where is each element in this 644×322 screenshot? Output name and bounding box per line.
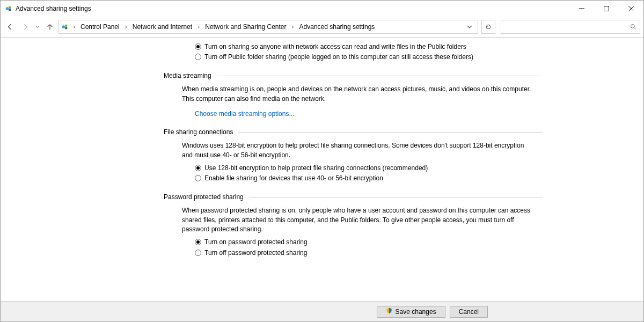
encryption-128bit[interactable]: Use 128-bit encryption to help protect f… xyxy=(195,164,543,172)
svg-point-10 xyxy=(631,25,635,28)
button-label: Save changes xyxy=(396,308,436,316)
password-sharing-off[interactable]: Turn off password protected sharing xyxy=(195,248,543,257)
section-heading: File sharing connections xyxy=(164,128,233,136)
svg-rect-4 xyxy=(604,6,609,11)
address-dropdown[interactable] xyxy=(464,24,475,30)
divider xyxy=(249,197,543,197)
refresh-button[interactable] xyxy=(481,20,495,34)
radio-label: Turn off password protected sharing xyxy=(204,248,307,257)
up-button[interactable] xyxy=(43,20,56,33)
radio-label: Turn on sharing so anyone with network a… xyxy=(204,42,466,51)
title-bar: Advanced sharing settings xyxy=(1,1,643,17)
search-input[interactable] xyxy=(501,20,640,33)
chevron-right-icon[interactable]: › xyxy=(124,22,128,32)
shield-icon xyxy=(386,308,392,316)
nav-row: › Control Panel › Network and Internet ›… xyxy=(1,17,643,37)
svg-point-9 xyxy=(65,27,68,30)
search-icon xyxy=(630,20,636,33)
divider xyxy=(238,132,543,133)
section-media-streaming: Media streaming xyxy=(164,72,543,79)
section-password-sharing: Password protected sharing xyxy=(164,193,543,201)
file-sharing-encryption-group: Use 128-bit encryption to help protect f… xyxy=(195,164,543,182)
address-bar[interactable]: › Control Panel › Network and Internet ›… xyxy=(58,20,478,34)
button-label: Cancel xyxy=(459,308,479,316)
window-title: Advanced sharing settings xyxy=(16,5,91,12)
breadcrumb-item[interactable]: Network and Internet xyxy=(129,22,195,32)
radio-label: Turn on password protected sharing xyxy=(204,238,308,246)
password-sharing-on[interactable]: Turn on password protected sharing xyxy=(195,238,543,246)
radio-label: Turn off Public folder sharing (people l… xyxy=(204,53,473,61)
encryption-40-56bit[interactable]: Enable file sharing for devices that use… xyxy=(195,174,543,182)
svg-point-8 xyxy=(65,25,68,27)
chevron-right-icon[interactable]: › xyxy=(196,22,201,32)
radio-icon xyxy=(195,165,201,171)
chevron-right-icon[interactable]: › xyxy=(291,22,295,32)
public-folder-sharing-on[interactable]: Turn on sharing so anyone with network a… xyxy=(195,42,543,51)
radio-icon xyxy=(195,250,201,256)
svg-point-1 xyxy=(9,6,11,9)
radio-label: Use 128-bit encryption to help protect f… xyxy=(204,164,428,172)
footer-bar: Save changes Cancel xyxy=(1,301,643,321)
content-scroller[interactable]: Turn on sharing so anyone with network a… xyxy=(1,38,643,301)
section-file-sharing: File sharing connections xyxy=(164,128,543,136)
public-folder-sharing-group: Turn on sharing so anyone with network a… xyxy=(195,42,543,61)
section-heading: Media streaming xyxy=(164,72,211,79)
divider xyxy=(217,76,543,76)
media-streaming-options-link[interactable]: Choose media streaming options... xyxy=(195,110,294,118)
cancel-button[interactable]: Cancel xyxy=(450,306,488,318)
radio-icon xyxy=(195,54,201,60)
minimize-button[interactable] xyxy=(569,1,594,17)
section-heading: Password protected sharing xyxy=(164,193,244,201)
radio-icon xyxy=(195,239,201,245)
window-icon xyxy=(5,5,12,12)
svg-point-7 xyxy=(62,25,65,28)
close-button[interactable] xyxy=(619,1,643,17)
password-sharing-description: When password protected sharing is on, o… xyxy=(182,206,532,234)
address-icon xyxy=(61,23,69,31)
password-sharing-group: Turn on password protected sharing Turn … xyxy=(195,238,543,257)
save-changes-button[interactable]: Save changes xyxy=(377,306,445,318)
svg-line-11 xyxy=(634,28,636,30)
radio-icon xyxy=(195,175,201,181)
breadcrumb-item[interactable]: Advanced sharing settings xyxy=(296,22,378,32)
svg-point-2 xyxy=(9,9,11,11)
maximize-button[interactable] xyxy=(594,1,619,17)
breadcrumb-item[interactable]: Network and Sharing Center xyxy=(202,22,289,32)
back-button[interactable] xyxy=(4,20,17,33)
media-streaming-description: When media streaming is on, people and d… xyxy=(182,85,532,104)
recent-dropdown[interactable] xyxy=(34,25,41,29)
public-folder-sharing-off[interactable]: Turn off Public folder sharing (people l… xyxy=(195,53,543,61)
chevron-right-icon[interactable]: › xyxy=(72,22,76,32)
search-box[interactable] xyxy=(501,20,640,34)
radio-label: Enable file sharing for devices that use… xyxy=(204,174,383,182)
forward-button[interactable] xyxy=(19,20,32,33)
svg-point-0 xyxy=(6,7,9,10)
file-sharing-description: Windows uses 128-bit encryption to help … xyxy=(182,141,532,160)
radio-icon xyxy=(195,43,201,50)
breadcrumb-item[interactable]: Control Panel xyxy=(77,22,123,32)
